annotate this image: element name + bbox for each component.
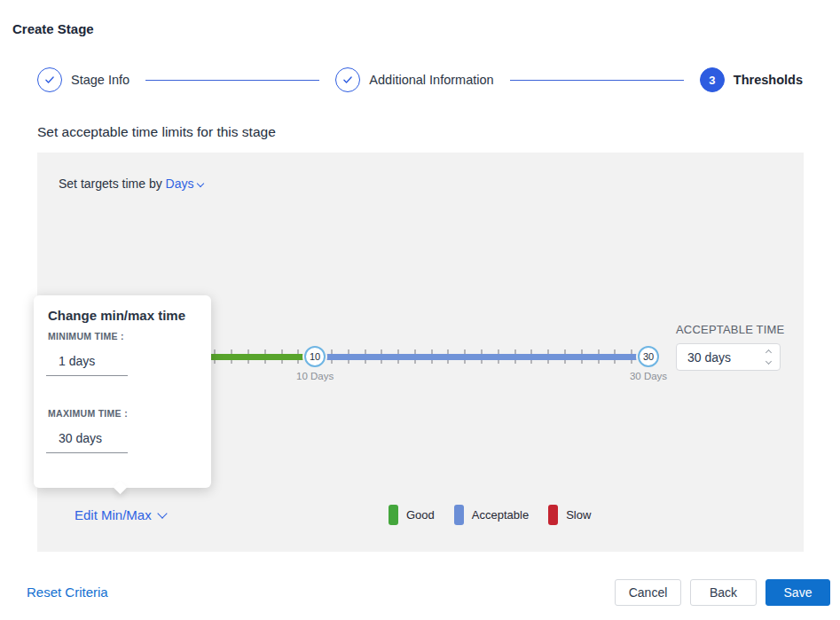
good-swatch (389, 505, 398, 525)
acceptable-time-value: 30 days (677, 350, 766, 365)
legend-label: Good (406, 508, 435, 522)
slider-handle-30[interactable]: 30 (638, 346, 659, 367)
spinner-up-icon[interactable] (765, 349, 772, 356)
edit-minmax-toggle[interactable]: Edit Min/Max (75, 507, 166, 522)
minmax-popup: Change min/max time MINIMUM TIME : 1 day… (34, 295, 211, 488)
step-label: Additional Information (369, 73, 493, 87)
check-circle-icon (335, 67, 360, 92)
step-label: Stage Info (71, 73, 130, 87)
footer-buttons: Cancel Back Save (615, 579, 830, 606)
check-circle-icon (37, 67, 62, 92)
legend-label: Slow (566, 508, 591, 522)
legend-item-acceptable: Acceptable (454, 505, 529, 525)
popup-title: Change min/max time (48, 308, 185, 323)
legend-item-good: Good (389, 505, 435, 525)
slow-swatch (548, 505, 558, 525)
slider-handle-label: 30 Days (617, 371, 679, 381)
legend-label: Acceptable (472, 508, 529, 522)
page-title: Create Stage (12, 21, 94, 36)
minimum-time-input[interactable]: 1 days (46, 354, 128, 376)
acceptable-swatch (454, 505, 464, 525)
stepper-connector (145, 80, 319, 81)
back-button[interactable]: Back (690, 579, 757, 606)
slider-handle-10[interactable]: 10 (304, 346, 326, 367)
save-button[interactable]: Save (765, 579, 830, 606)
cancel-button[interactable]: Cancel (615, 579, 681, 606)
step-thresholds[interactable]: 3 Thresholds (700, 67, 803, 92)
reset-criteria-link[interactable]: Reset Criteria (27, 585, 108, 600)
legend-item-slow: Slow (548, 505, 591, 525)
chevron-down-icon (157, 508, 167, 518)
step-number-badge: 3 (700, 67, 725, 92)
step-label: Thresholds (734, 73, 803, 87)
minimum-time-label: MINIMUM TIME : (48, 331, 124, 341)
slider-handle-label: 10 Days (284, 371, 346, 381)
create-stage-dialog: Create Stage Stage Info Additional Infor… (0, 0, 840, 620)
step-stage-info[interactable]: Stage Info (37, 67, 130, 92)
maximum-time-input[interactable]: 30 days (46, 431, 128, 453)
maximum-time-label: MAXIMUM TIME : (48, 408, 128, 419)
acceptable-time-label: ACCEPTABLE TIME (676, 323, 788, 336)
slider-segment-acceptable (315, 354, 648, 360)
stepper-arrows (766, 350, 780, 364)
step-additional-information[interactable]: Additional Information (335, 67, 493, 92)
stepper-connector (510, 80, 684, 81)
edit-minmax-label: Edit Min/Max (75, 507, 152, 522)
stepper: Stage Info Additional Information 3 Thre… (37, 67, 803, 92)
spinner-down-icon[interactable] (765, 358, 772, 365)
section-heading: Set acceptable time limits for this stag… (37, 124, 276, 140)
acceptable-time-input[interactable]: 30 days (676, 343, 781, 371)
legend: Good Acceptable Slow (389, 505, 591, 525)
